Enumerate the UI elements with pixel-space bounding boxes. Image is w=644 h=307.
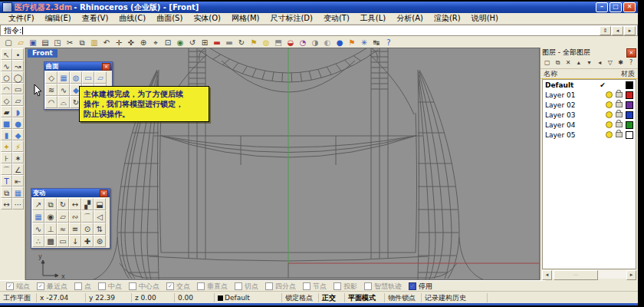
- osnap-checkbox[interactable]: [197, 282, 205, 290]
- menu-item-10[interactable]: 分析(A): [391, 13, 429, 24]
- osnap-checkbox[interactable]: [334, 282, 341, 290]
- layer-visibility-bulb-icon[interactable]: [606, 91, 613, 98]
- cage-edit-icon[interactable]: ▩: [44, 235, 57, 247]
- drape-icon[interactable]: ⌓: [58, 96, 70, 108]
- array-rect-icon[interactable]: ▦: [32, 210, 44, 223]
- move-down-icon[interactable]: ▾: [585, 58, 594, 68]
- zoom-window-icon[interactable]: ⊡: [162, 37, 174, 48]
- osnap-四分点[interactable]: 四分点: [265, 282, 296, 292]
- move-icon[interactable]: ↗: [32, 198, 44, 210]
- layer-row[interactable]: Layer 03: [543, 110, 636, 120]
- layer-row[interactable]: Layer 02: [543, 100, 636, 110]
- osnap-交点[interactable]: 交点: [166, 282, 190, 292]
- hide-objects-icon[interactable]: ▬: [211, 37, 223, 48]
- osnap-checkbox[interactable]: [265, 282, 273, 290]
- save-file-icon[interactable]: ▣: [27, 37, 39, 48]
- ellipse-icon[interactable]: ◯: [12, 71, 24, 83]
- layer-lock-icon[interactable]: [616, 122, 623, 127]
- smooth-icon[interactable]: ≈: [57, 223, 69, 235]
- splop-icon[interactable]: ⊛: [94, 235, 106, 247]
- circle-icon[interactable]: ○: [1, 71, 12, 83]
- status-cell-4[interactable]: 0.00: [175, 293, 215, 302]
- distance-icon[interactable]: ↹: [370, 37, 383, 48]
- extend-icon[interactable]: ✚: [81, 235, 94, 247]
- revolve-icon[interactable]: ◍: [70, 71, 82, 84]
- status-cell-8[interactable]: 平面模式: [345, 293, 385, 302]
- minimize-button[interactable]: –: [596, 2, 608, 12]
- menu-item-0[interactable]: 文件(F): [3, 13, 40, 24]
- status-cell-2[interactable]: y 22.39: [86, 293, 132, 302]
- osnap-垂直点[interactable]: 垂直点: [197, 282, 228, 292]
- copy-icon[interactable]: ⧉: [76, 37, 88, 48]
- shade-ghosted-icon[interactable]: ◑: [309, 37, 321, 48]
- lamp-icon[interactable]: ◍: [260, 37, 272, 48]
- layer-visibility-bulb-icon[interactable]: [606, 101, 613, 108]
- osnap-checkbox[interactable]: [166, 282, 174, 290]
- twist-icon[interactable]: ∾: [69, 210, 81, 223]
- options-gear-icon[interactable]: ✳: [358, 37, 370, 48]
- surface-corner-icon[interactable]: ◗: [12, 106, 24, 117]
- osnap-checkbox[interactable]: [98, 282, 106, 290]
- surface-toolbar-titlebar[interactable]: 曲面 ✕: [44, 62, 112, 71]
- sweep2-icon[interactable]: ∿: [58, 84, 70, 96]
- zoom-dynamic-icon[interactable]: ⌖: [150, 37, 162, 48]
- osnap-checkbox[interactable]: [235, 282, 242, 290]
- menu-item-3[interactable]: 曲线(C): [113, 13, 151, 24]
- sweep1-icon[interactable]: ≋: [45, 84, 58, 96]
- explode-icon[interactable]: ✶: [12, 152, 24, 163]
- layer-color-swatch[interactable]: [626, 101, 633, 109]
- command-line[interactable]: 指令: ⇕ ◂ ▸: [0, 25, 638, 36]
- close-button[interactable]: ✕: [623, 2, 636, 12]
- rectangle-icon[interactable]: ▭: [12, 83, 24, 94]
- scale-icon[interactable]: ↔: [69, 198, 81, 210]
- viewport-label[interactable]: Front: [28, 49, 58, 58]
- menu-item-12[interactable]: 说明(H): [466, 13, 504, 24]
- box-edit-icon[interactable]: ▭: [57, 235, 69, 247]
- osnap-投影[interactable]: 投影: [334, 282, 357, 292]
- surface-edge-icon[interactable]: ▦: [58, 71, 70, 84]
- array-icon[interactable]: ⧉: [1, 187, 12, 198]
- move-view-icon[interactable]: ✜: [125, 37, 137, 48]
- solid-icon[interactable]: ◆: [12, 129, 24, 140]
- surface-toolbar-close-icon[interactable]: ✕: [102, 63, 110, 71]
- blend-surface-icon[interactable]: ◠: [45, 96, 58, 108]
- render-icon[interactable]: ◒: [284, 37, 297, 48]
- curve-icon[interactable]: ↝: [12, 60, 24, 71]
- copy-icon[interactable]: ⧉: [44, 198, 57, 210]
- menu-item-5[interactable]: 实体(O): [188, 13, 226, 24]
- scroll-right-icon[interactable]: ▸: [626, 270, 636, 280]
- zoom-selected-icon[interactable]: ◉: [174, 37, 186, 48]
- fillet-icon[interactable]: ⌒: [1, 163, 12, 175]
- array-polar-icon[interactable]: ◉: [44, 210, 57, 223]
- osnap-checkbox[interactable]: [37, 282, 44, 290]
- undo-icon[interactable]: ↶: [100, 37, 113, 48]
- show-objects-icon[interactable]: ▬: [223, 37, 235, 48]
- flag-icon[interactable]: ⚑: [346, 37, 358, 48]
- polyline-icon[interactable]: ∿: [1, 60, 12, 71]
- osnap-智慧轨迹[interactable]: 智慧轨迹: [364, 282, 402, 292]
- project-icon[interactable]: ⊥: [44, 223, 57, 235]
- layer-color-swatch[interactable]: [626, 81, 633, 89]
- viewport-layout-icon[interactable]: ⊞: [199, 37, 211, 48]
- menu-item-7[interactable]: 尺寸标注(D): [264, 13, 318, 24]
- lock-objects-icon[interactable]: ⬒: [272, 37, 284, 48]
- layer-tools-icon[interactable]: ✱: [616, 58, 626, 68]
- set-points-icon[interactable]: ∴: [32, 235, 44, 247]
- paste-icon[interactable]: ▥: [88, 37, 100, 48]
- pointer-icon[interactable]: ↖: [1, 48, 12, 60]
- boolean-difference-icon[interactable]: ⚡: [12, 140, 24, 152]
- layer-row[interactable]: Default✔: [543, 80, 636, 90]
- scroll-track[interactable]: ⋯: [552, 270, 626, 279]
- menu-item-9[interactable]: 工具(L): [355, 13, 391, 24]
- delete-layer-icon[interactable]: ✕: [564, 58, 573, 68]
- status-cell-0[interactable]: 工作平面: [0, 293, 37, 302]
- layer-visibility-bulb-icon[interactable]: [606, 121, 613, 128]
- osnap-中点[interactable]: 中点: [98, 282, 122, 292]
- boolean-union-icon[interactable]: ✦: [1, 140, 12, 152]
- plane-icon[interactable]: ▱: [12, 94, 24, 106]
- layer-lock-icon[interactable]: [616, 112, 623, 117]
- copy-layer-icon[interactable]: ⧉: [554, 58, 563, 68]
- rotate-view-icon[interactable]: ↺: [186, 37, 199, 48]
- dots-icon[interactable]: ⋯: [12, 198, 24, 210]
- shade-xray-icon[interactable]: ◐: [321, 37, 334, 48]
